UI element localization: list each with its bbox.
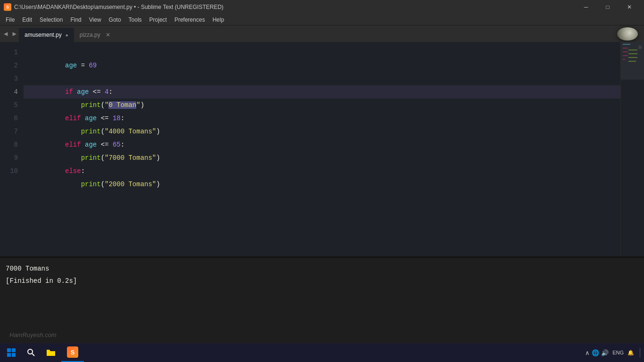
menu-help[interactable]: Help	[209, 14, 228, 25]
maximize-button[interactable]: □	[597, 0, 619, 14]
sublime-logo	[614, 25, 640, 42]
app-icon: S	[4, 3, 11, 11]
menu-goto[interactable]: Goto	[105, 14, 125, 25]
line-num-5: 5	[0, 99, 24, 112]
svg-line-5	[32, 354, 34, 356]
svg-rect-1	[12, 348, 16, 352]
code-line-2	[24, 59, 620, 72]
tab-bar: ◀ ▶ amusement.py ● pizza.py ✕	[0, 25, 644, 42]
taskbar: S ∧ 🌐 🔊 ENG 🔔	[0, 343, 644, 362]
close-button[interactable]: ✕	[619, 0, 640, 14]
tab-amusement-py[interactable]: amusement.py ●	[19, 28, 74, 42]
menu-edit[interactable]: Edit	[18, 14, 36, 25]
console-output: 7000 Tomans	[6, 263, 638, 275]
title-bar: S C:\Users\MADANKARI\Desktop\amusement.p…	[0, 0, 644, 14]
watermark: HamRuyesh.com	[9, 331, 57, 338]
menu-file[interactable]: File	[2, 14, 18, 25]
code-line-1: age = 69	[24, 46, 620, 59]
search-button[interactable]	[22, 343, 41, 362]
tab-prev-button[interactable]: ◀	[2, 29, 9, 39]
language-label: ENG	[612, 350, 624, 355]
minimize-button[interactable]: ─	[575, 0, 597, 14]
tab-pizza-py[interactable]: pizza.py ✕	[74, 28, 117, 42]
console-finished: [Finished in 0.2s]	[6, 275, 638, 287]
show-desktop-button[interactable]	[638, 348, 640, 357]
line-num-8: 8	[0, 138, 24, 151]
minimap-icon: ≡	[638, 44, 642, 51]
code-line-3: if age <= 4:	[24, 72, 620, 85]
notification-icon: 🔔	[627, 350, 634, 356]
notification-area[interactable]: 🔔	[627, 350, 634, 356]
line-num-4: 4	[0, 85, 24, 99]
code-editor[interactable]: age = 69 if age <= 4: print("0 Toman") e…	[24, 42, 620, 256]
line-num-6: 6	[0, 112, 24, 125]
line-num-3: 3	[0, 72, 24, 85]
tab-label-2: pizza.py	[80, 32, 100, 38]
menu-find[interactable]: Find	[66, 14, 85, 25]
tab-label: amusement.py	[25, 32, 62, 38]
svg-rect-0	[7, 348, 11, 352]
menu-project[interactable]: Project	[146, 14, 171, 25]
tab-next-button[interactable]: ▶	[10, 29, 18, 39]
editor-area[interactable]: 1 2 3 4 5 6 7 8 9 10 age = 69	[0, 42, 644, 256]
window-title: C:\Users\MADANKARI\Desktop\amusement.py …	[14, 4, 223, 10]
tab-close-button[interactable]: ✕	[104, 31, 112, 39]
line-num-7: 7	[0, 125, 24, 138]
menu-preferences[interactable]: Preferences	[171, 14, 209, 25]
line-num-10: 10	[0, 165, 24, 178]
start-button[interactable]	[2, 343, 21, 362]
code-line-10: print("2000 Tomans")	[24, 165, 620, 178]
tab-nav: ◀ ▶	[0, 25, 20, 42]
language-indicator[interactable]: ENG	[612, 350, 624, 355]
system-tray-icons: ∧ 🌐 🔊	[585, 349, 609, 356]
line-num-9: 9	[0, 151, 24, 165]
sublime-taskbar-button[interactable]: S	[61, 343, 84, 362]
line-numbers: 1 2 3 4 5 6 7 8 9 10	[0, 42, 24, 256]
menu-view[interactable]: View	[85, 14, 105, 25]
menu-selection[interactable]: Selection	[36, 14, 66, 25]
file-explorer-button[interactable]	[41, 343, 60, 362]
minimap: ≡	[620, 42, 644, 256]
code-line-4: print("0 Toman")	[24, 85, 620, 99]
svg-rect-3	[12, 353, 16, 357]
svg-point-4	[28, 349, 33, 354]
line-num-2: 2	[0, 59, 24, 72]
menu-tools[interactable]: Tools	[125, 14, 146, 25]
tab-modified-dot: ●	[66, 33, 68, 38]
taskbar-system-tray: ∧ 🌐 🔊 ENG 🔔	[585, 348, 644, 357]
line-num-1: 1	[0, 46, 24, 59]
svg-rect-2	[7, 353, 11, 357]
menu-bar: File Edit Selection Find View Goto Tools…	[0, 14, 644, 25]
